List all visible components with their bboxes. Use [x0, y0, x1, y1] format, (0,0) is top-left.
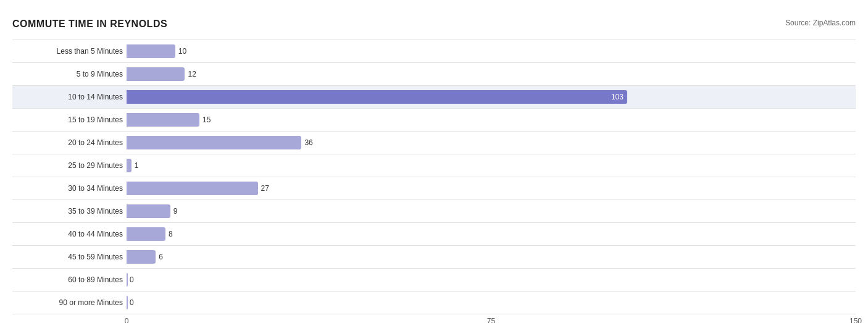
x-axis: 075150	[127, 314, 856, 323]
bar-label: 45 to 59 Minutes	[12, 250, 127, 264]
bar-value-label: 103	[611, 93, 624, 101]
x-axis-tick: 150	[849, 317, 862, 323]
bar-area: 6	[127, 246, 856, 268]
bar-fill	[127, 159, 131, 172]
bar-row: 90 or more Minutes0	[12, 291, 856, 314]
bar-label: Less than 5 Minutes	[12, 44, 127, 58]
bar-label: 60 to 89 Minutes	[12, 273, 127, 287]
bar-area: 27	[127, 177, 856, 199]
bar-label: 35 to 39 Minutes	[12, 204, 127, 218]
bar-fill	[127, 67, 185, 81]
bar-fill	[127, 273, 128, 287]
bar-row: 30 to 34 Minutes27	[12, 177, 856, 199]
bar-row: 35 to 39 Minutes9	[12, 199, 856, 222]
bar-fill	[127, 227, 165, 241]
bar-fill	[127, 250, 156, 264]
bar-value-label: 1	[135, 161, 139, 170]
bar-value-label: 9	[173, 207, 178, 216]
bar-value-label: 8	[169, 230, 173, 238]
bar-label: 25 to 29 Minutes	[12, 159, 127, 172]
x-axis-tick: 75	[487, 317, 495, 323]
bar-row: 15 to 19 Minutes15	[12, 108, 856, 131]
bar-area: 9	[127, 200, 856, 222]
bar-value-label: 0	[130, 298, 134, 307]
bar-fill	[127, 113, 199, 127]
bar-label: 15 to 19 Minutes	[12, 113, 127, 127]
chart-title: COMMUTE TIME IN REYNOLDS	[12, 19, 167, 30]
chart-source: Source: ZipAtlas.com	[785, 19, 856, 27]
bar-row: 40 to 44 Minutes8	[12, 222, 856, 245]
bar-area: 8	[127, 223, 856, 245]
bar-area: 10	[127, 40, 856, 62]
bar-value-label: 15	[202, 115, 211, 124]
bar-value-label: 36	[304, 138, 312, 147]
bar-label: 90 or more Minutes	[12, 296, 127, 309]
bar-value-label: 27	[261, 184, 269, 193]
bar-value-label: 10	[178, 47, 186, 56]
bar-fill: 103	[127, 90, 627, 104]
bar-row: 45 to 59 Minutes6	[12, 245, 856, 268]
bar-area: 103	[127, 86, 856, 108]
chart-header: COMMUTE TIME IN REYNOLDS Source: ZipAtla…	[12, 19, 856, 30]
bar-area: 12	[127, 63, 856, 85]
bar-area: 15	[127, 109, 856, 131]
bar-row: 60 to 89 Minutes0	[12, 268, 856, 291]
bar-row: 20 to 24 Minutes36	[12, 131, 856, 154]
bar-label: 10 to 14 Minutes	[12, 90, 127, 104]
x-axis-tick: 0	[125, 317, 129, 323]
bar-fill	[127, 44, 175, 58]
bar-label: 5 to 9 Minutes	[12, 67, 127, 81]
bar-label: 40 to 44 Minutes	[12, 227, 127, 241]
chart-container: COMMUTE TIME IN REYNOLDS Source: ZipAtla…	[12, 12, 856, 323]
bar-value-label: 12	[188, 70, 196, 78]
bar-row: 25 to 29 Minutes1	[12, 154, 856, 177]
bar-row: 5 to 9 Minutes12	[12, 62, 856, 85]
bar-fill	[127, 182, 258, 195]
bar-label: 20 to 24 Minutes	[12, 136, 127, 149]
bar-area: 0	[127, 292, 856, 314]
bar-fill	[127, 296, 128, 309]
chart-body: Less than 5 Minutes105 to 9 Minutes1210 …	[12, 40, 856, 323]
bar-row: Less than 5 Minutes10	[12, 40, 856, 62]
bar-label: 30 to 34 Minutes	[12, 182, 127, 195]
bar-value-label: 6	[159, 253, 163, 261]
bar-row: 10 to 14 Minutes103	[12, 85, 856, 108]
bar-area: 0	[127, 269, 856, 291]
bar-area: 1	[127, 154, 856, 177]
bar-value-label: 0	[130, 275, 134, 284]
bar-fill	[127, 204, 170, 218]
bar-fill	[127, 136, 301, 149]
bar-area: 36	[127, 132, 856, 154]
